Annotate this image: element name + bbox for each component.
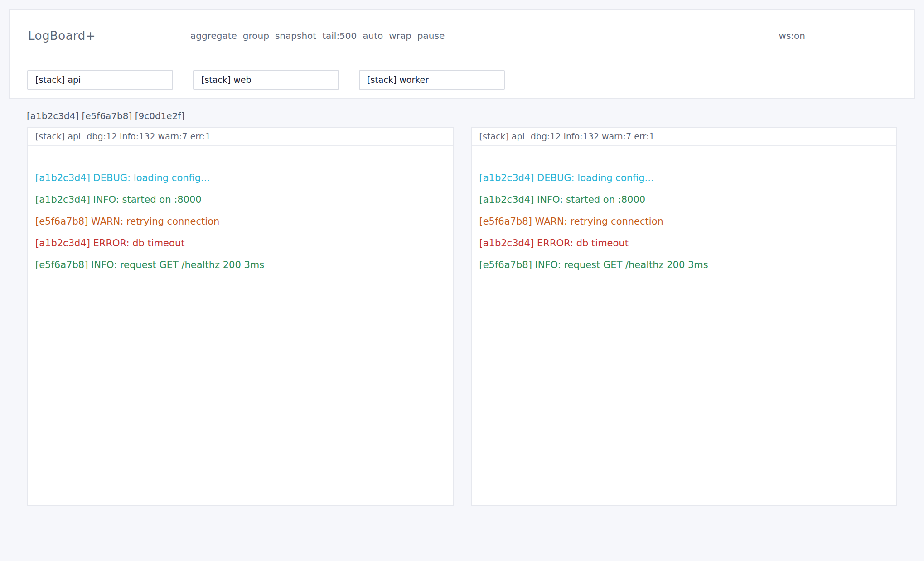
header-row: LogBoard+ aggregate group snapshot tail:…	[10, 10, 914, 62]
panel-grid: [stack] api dbg:12 info:132 warn:7 err:1…	[27, 127, 897, 506]
stack-filter-input-web[interactable]	[193, 70, 339, 90]
menu-item-pause[interactable]: pause	[417, 30, 445, 41]
log-line: [e5f6a7b8] WARN: retrying connection	[35, 211, 445, 232]
log-panel-right: [stack] api dbg:12 info:132 warn:7 err:1…	[471, 127, 898, 506]
menu-item-snapshot[interactable]: snapshot	[275, 30, 316, 41]
log-panel-title: [stack] api	[35, 131, 81, 141]
log-panel-counts: dbg:12 info:132 warn:7 err:1	[531, 131, 655, 141]
log-line: [e5f6a7b8] WARN: retrying connection	[479, 211, 889, 232]
log-scroll-area[interactable]: [a1b2c3d4] DEBUG: loading config... [a1b…	[28, 146, 453, 505]
filter-row	[10, 62, 914, 97]
log-line: [a1b2c3d4] INFO: started on :8000	[479, 189, 889, 211]
menu-item-group[interactable]: group	[243, 30, 269, 41]
top-bar: LogBoard+ aggregate group snapshot tail:…	[9, 9, 915, 99]
log-panel-left: [stack] api dbg:12 info:132 warn:7 err:1…	[27, 127, 454, 506]
log-line: [a1b2c3d4] DEBUG: loading config...	[479, 167, 889, 189]
stack-filter-input-worker[interactable]	[359, 70, 505, 90]
log-line: [a1b2c3d4] ERROR: db timeout	[35, 232, 445, 254]
log-panel-header: [stack] api dbg:12 info:132 warn:7 err:1	[28, 128, 453, 146]
log-line: [a1b2c3d4] ERROR: db timeout	[479, 232, 889, 254]
stack-filter-input-api[interactable]	[27, 70, 173, 90]
menu-item-aggregate[interactable]: aggregate	[190, 30, 237, 41]
menu-item-auto[interactable]: auto	[363, 30, 383, 41]
log-line: [a1b2c3d4] DEBUG: loading config...	[35, 167, 445, 189]
app-title: LogBoard+	[28, 29, 96, 43]
log-panel-header: [stack] api dbg:12 info:132 warn:7 err:1	[472, 128, 897, 146]
log-scroll-area[interactable]: [a1b2c3d4] DEBUG: loading config... [a1b…	[472, 146, 897, 505]
menu-item-tail[interactable]: tail:500	[322, 30, 357, 41]
log-panel-counts: dbg:12 info:132 warn:7 err:1	[87, 131, 211, 141]
log-line: [e5f6a7b8] INFO: request GET /healthz 20…	[35, 254, 445, 276]
trace-id-breadcrumb: [a1b2c3d4] [e5f6a7b8] [9c0d1e2f]	[27, 110, 184, 121]
menu-item-wrap[interactable]: wrap	[389, 30, 411, 41]
log-line: [e5f6a7b8] INFO: request GET /healthz 20…	[479, 254, 889, 276]
log-panel-title: [stack] api	[479, 131, 525, 141]
log-line: [a1b2c3d4] INFO: started on :8000	[35, 189, 445, 211]
header-menu: aggregate group snapshot tail:500 auto w…	[190, 30, 445, 41]
ws-status-badge: ws:on	[779, 30, 805, 41]
